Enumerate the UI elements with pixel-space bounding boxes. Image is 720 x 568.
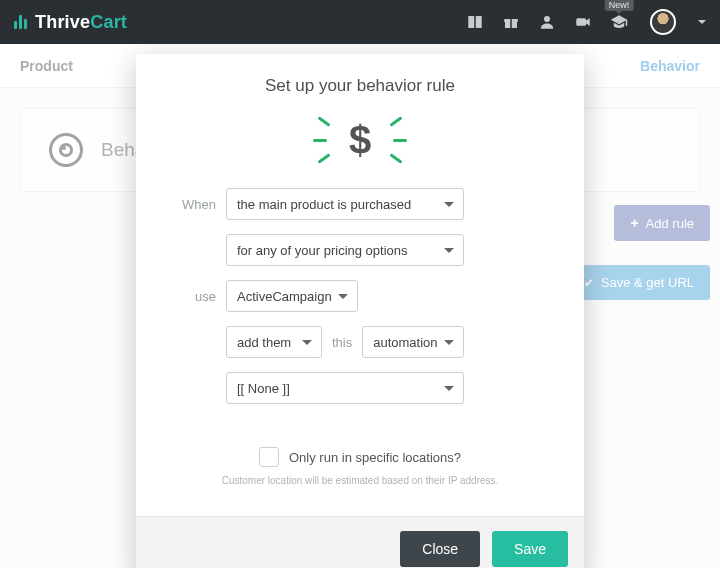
save-button[interactable]: Save bbox=[492, 531, 568, 567]
dollar-illustration: $ bbox=[136, 106, 584, 188]
gift-icon[interactable] bbox=[502, 13, 520, 31]
svg-rect-4 bbox=[510, 19, 512, 28]
location-hint: Customer location will be estimated base… bbox=[162, 475, 558, 486]
avatar[interactable] bbox=[650, 9, 676, 35]
chevron-down-icon[interactable] bbox=[698, 20, 706, 28]
pricing-select[interactable]: for any of your pricing options bbox=[226, 234, 464, 266]
locations-checkbox-label: Only run in specific locations? bbox=[289, 450, 461, 465]
locations-checkbox[interactable] bbox=[259, 447, 279, 467]
service-select[interactable]: ActiveCampaign bbox=[226, 280, 358, 312]
svg-rect-0 bbox=[468, 16, 474, 28]
dollar-icon: $ bbox=[349, 118, 371, 163]
brand-name: ThriveCart bbox=[35, 12, 127, 33]
layout-icon[interactable] bbox=[466, 13, 484, 31]
svg-rect-6 bbox=[576, 18, 586, 26]
behavior-rule-modal: Set up your behavior rule $ When the mai… bbox=[136, 54, 584, 568]
label-use: use bbox=[162, 289, 216, 304]
target-select[interactable]: [[ None ]] bbox=[226, 372, 464, 404]
location-block: Only run in specific locations? Customer… bbox=[136, 428, 584, 498]
svg-rect-1 bbox=[476, 16, 482, 28]
label-when: When bbox=[162, 197, 216, 212]
camera-icon[interactable] bbox=[574, 13, 592, 31]
new-badge: New! bbox=[605, 0, 634, 11]
modal-title: Set up your behavior rule bbox=[136, 54, 584, 106]
topbar: ThriveCart New! bbox=[0, 0, 720, 44]
target-type-select[interactable]: automation bbox=[362, 326, 464, 358]
action-select[interactable]: add them bbox=[226, 326, 322, 358]
label-this: this bbox=[332, 335, 352, 350]
modal-footer: Close Save bbox=[136, 516, 584, 568]
brand-logo-icon bbox=[14, 15, 27, 29]
graduation-icon[interactable]: New! bbox=[610, 13, 628, 31]
trigger-select[interactable]: the main product is purchased bbox=[226, 188, 464, 220]
close-button[interactable]: Close bbox=[400, 531, 480, 567]
brand[interactable]: ThriveCart bbox=[14, 12, 127, 33]
svg-point-5 bbox=[544, 16, 550, 22]
topbar-icons: New! bbox=[466, 9, 706, 35]
rule-form: When the main product is purchased for a… bbox=[136, 188, 584, 428]
user-icon[interactable] bbox=[538, 13, 556, 31]
